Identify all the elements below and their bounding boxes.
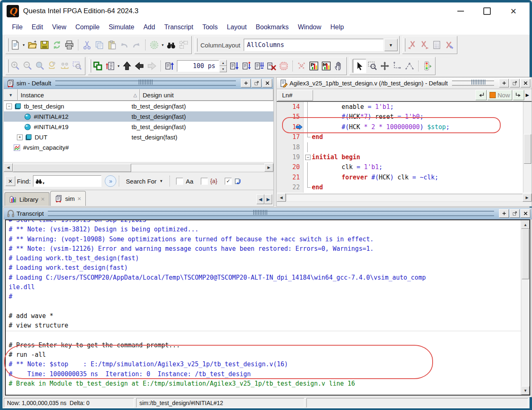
- code-line-14[interactable]: enable = 1'b1;: [312, 102, 532, 112]
- print-button[interactable]: [63, 38, 75, 52]
- find-input[interactable]: ▾: [33, 175, 101, 187]
- regex-checkbox[interactable]: {a}: [201, 178, 217, 185]
- code-line-15[interactable]: #(HCK*7) reset = 1'b0;: [312, 112, 532, 122]
- maximize-button[interactable]: [480, 5, 494, 17]
- column-layout-combobox[interactable]: AllColumns: [244, 39, 384, 51]
- transcript-header[interactable]: Transcript: [4, 208, 532, 219]
- tree-row--vsim-capacity-[interactable]: #vsim_capacity#: [4, 142, 273, 153]
- code-editor[interactable]: 14151617181920212223 enable = 1'b1; #(HC…: [277, 102, 532, 193]
- tree-expander-plus[interactable]: +: [17, 134, 23, 140]
- tree-expander-minus[interactable]: −: [6, 104, 12, 109]
- transcript-zoom-button[interactable]: [499, 209, 509, 218]
- column-header-instance[interactable]: Instance△: [18, 89, 140, 101]
- sim-close-button[interactable]: [262, 79, 272, 87]
- menu-tools[interactable]: Tools: [198, 22, 222, 33]
- menu-compile[interactable]: Compile: [71, 22, 104, 33]
- transcript-undock-button[interactable]: [510, 209, 520, 218]
- tree-row--initial-19[interactable]: #INITIAL#19tb_test_design(fast): [4, 122, 273, 132]
- sim-panel-header[interactable]: sim - Default: [4, 78, 273, 89]
- line-number[interactable]: 21: [277, 172, 303, 182]
- menu-view[interactable]: View: [47, 22, 71, 33]
- run-all-button[interactable]: [253, 59, 265, 73]
- wrap-search-checkbox[interactable]: ✓: [225, 177, 242, 185]
- pan-mode-button[interactable]: [379, 59, 391, 73]
- menu-file[interactable]: File: [7, 22, 27, 33]
- scroll-right-button[interactable]: ▶: [264, 163, 273, 172]
- menu-add[interactable]: Add: [139, 22, 160, 33]
- code-line-17[interactable]: end: [312, 132, 532, 142]
- sim-zoom-button[interactable]: [241, 79, 251, 87]
- new-file-button[interactable]: [9, 38, 21, 52]
- menu-transcript[interactable]: Transcript: [160, 22, 198, 33]
- column-layout-dropdown-button[interactable]: ▼: [384, 39, 398, 51]
- tab-scroll-left-button[interactable]: ◀: [257, 194, 264, 204]
- line-number-column-header[interactable]: Ln#: [278, 90, 313, 101]
- line-number[interactable]: 14: [277, 102, 303, 112]
- pause-hand-button[interactable]: [332, 59, 345, 73]
- line-number[interactable]: 20: [277, 162, 303, 172]
- hierarchy-step-button[interactable]: [104, 59, 116, 73]
- code-hscrollbar[interactable]: ◀ ▶: [277, 193, 532, 202]
- match-case-checkbox[interactable]: Aa: [176, 178, 193, 185]
- run-length-spinner[interactable]: 100 ps▲▼: [177, 60, 227, 72]
- stop-drawing-button[interactable]: [421, 59, 433, 73]
- find-close-button[interactable]: ✕: [5, 176, 15, 186]
- stretch-mode-button[interactable]: [403, 59, 416, 73]
- source-undock-button[interactable]: [510, 79, 520, 87]
- line-number[interactable]: 18: [277, 142, 303, 152]
- tab-scroll-right-button[interactable]: ▶: [264, 194, 272, 204]
- save-button[interactable]: [38, 38, 51, 52]
- line-number[interactable]: 17: [277, 132, 303, 142]
- memory-profile-button[interactable]: M: [320, 59, 332, 73]
- source-zoom-button[interactable]: [499, 79, 509, 87]
- run-length-down-button[interactable]: ▼: [219, 66, 227, 72]
- code-line-18[interactable]: [312, 142, 532, 152]
- zoom-mode-button[interactable]: [366, 59, 379, 73]
- scroll-thumb[interactable]: [13, 164, 131, 172]
- find-next-button[interactable]: »: [105, 175, 116, 187]
- edit-mode-button[interactable]: [391, 59, 403, 73]
- tree-row--initial-12[interactable]: #INITIAL#12tb_test_design(fast): [4, 111, 273, 122]
- tab-close-icon[interactable]: ✕: [77, 196, 81, 202]
- link-button[interactable]: [92, 59, 104, 73]
- line-number[interactable]: 19: [277, 152, 303, 162]
- source-panel-grip[interactable]: [452, 80, 494, 86]
- column-header-design-unit[interactable]: Design unit: [140, 89, 273, 101]
- menu-bookmarks[interactable]: Bookmarks: [251, 22, 293, 33]
- step-out-button[interactable]: [121, 59, 133, 73]
- break-button[interactable]: [265, 59, 278, 73]
- run-button[interactable]: [228, 59, 240, 73]
- minimize-button[interactable]: [454, 5, 468, 17]
- close-button[interactable]: ✕: [506, 5, 520, 17]
- tree-row-dut[interactable]: +DUTtest_design(fast): [4, 132, 273, 142]
- source-close-button[interactable]: [520, 79, 530, 87]
- scroll-right-button[interactable]: ▶: [523, 193, 532, 202]
- tab-close-icon[interactable]: ✕: [41, 196, 45, 202]
- go-to-previous-time-button[interactable]: [476, 90, 487, 100]
- line-number[interactable]: 15: [277, 112, 303, 122]
- tree-row-tb-test-design[interactable]: −tb_test_designtb_test_design(fast): [4, 101, 273, 111]
- menu-edit[interactable]: Edit: [27, 22, 48, 33]
- go-to-next-time-button[interactable]: [513, 90, 524, 100]
- sim-undock-button[interactable]: [252, 79, 261, 87]
- menu-simulate[interactable]: Simulate: [104, 22, 139, 33]
- menu-help[interactable]: Help: [326, 22, 348, 33]
- sim-panel-grip[interactable]: [55, 80, 236, 86]
- restart-button[interactable]: [163, 59, 176, 73]
- code-vscrollbar[interactable]: [523, 102, 532, 193]
- code-line-21[interactable]: forever #(HCK) clk = ~clk;: [312, 172, 532, 182]
- code-line-16[interactable]: #(HCK * 2 * 100000000) $stop;: [312, 122, 532, 132]
- fold-marker[interactable]: [304, 152, 312, 162]
- find-button[interactable]: [165, 38, 177, 52]
- search-for-dropdown[interactable]: Search For▼: [126, 178, 163, 185]
- source-panel-header[interactable]: Agilex3_v25_1p/tb_test_design.v (/tb_tes…: [277, 78, 532, 89]
- select-mode-button[interactable]: [353, 59, 366, 73]
- continue-run-button[interactable]: [240, 59, 253, 73]
- code-line-19[interactable]: initial begin: [312, 152, 532, 162]
- sim-hscrollbar[interactable]: ◀ ▶: [4, 163, 273, 172]
- line-number[interactable]: 22: [277, 182, 303, 192]
- now-button[interactable]: Now: [487, 90, 512, 100]
- hierarchy-step-button-dropdown[interactable]: ▼: [116, 59, 121, 73]
- performance-profile-button[interactable]: P: [308, 59, 320, 73]
- menu-window[interactable]: Window: [293, 22, 326, 33]
